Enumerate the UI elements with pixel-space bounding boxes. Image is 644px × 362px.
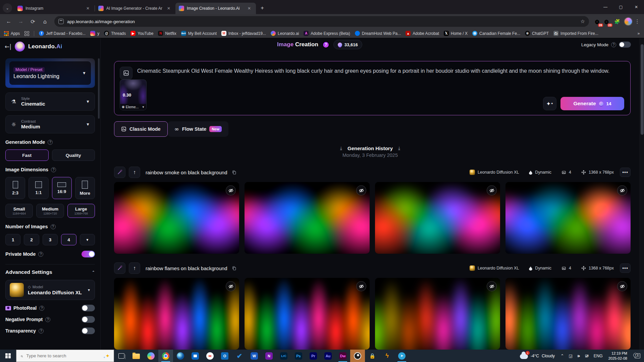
ratio-more-button[interactable]: More xyxy=(75,177,95,199)
bookmark[interactable]: 🗀Imported From Fire... xyxy=(553,31,598,36)
search-input[interactable] xyxy=(26,353,102,358)
model-select[interactable]: ◇Model Leonardo Diffusion XL ▾ xyxy=(5,280,95,300)
num-images-1-button[interactable]: 1 xyxy=(5,234,20,245)
ratio-16-9-button[interactable]: 16:9 xyxy=(52,177,72,199)
help-badge-icon[interactable]: ? xyxy=(322,41,329,48)
generation-prompt[interactable]: rainbow flames on black background xyxy=(146,265,227,271)
winamp-button[interactable]: ϟ xyxy=(380,350,394,362)
eye-off-icon[interactable] xyxy=(617,185,627,195)
size-small-button[interactable]: Small1184×664 xyxy=(5,204,33,218)
meet-now-icon[interactable]: ◲ xyxy=(566,353,575,358)
window-close-button[interactable]: ✕ xyxy=(629,0,644,14)
generated-image[interactable] xyxy=(245,182,370,254)
size-large-button[interactable]: Large1368×768 xyxy=(67,204,95,218)
bookmarks-overflow-icon[interactable]: » xyxy=(637,31,640,36)
help-icon[interactable] xyxy=(48,140,53,145)
file-explorer-button[interactable] xyxy=(129,350,144,362)
eye-off-icon[interactable] xyxy=(617,281,627,291)
element-chip[interactable]: 0.30 ❋Eleme...▼ xyxy=(120,79,147,110)
private-mode-toggle[interactable] xyxy=(82,251,95,257)
edge-button[interactable] xyxy=(173,350,188,362)
help-icon[interactable] xyxy=(39,306,44,311)
generated-image[interactable] xyxy=(245,278,370,350)
prompt-input[interactable]: Cinematic Steampunk Old West Female Weal… xyxy=(137,67,609,79)
browser-tab-image-creation[interactable]: Image Creation - Leonardo.Ai ✕ xyxy=(175,3,256,14)
bookmark[interactable]: @Threads xyxy=(104,31,126,36)
premiere-button[interactable]: Pr xyxy=(306,350,321,362)
negative-prompt-toggle[interactable] xyxy=(82,316,95,323)
wand-icon-button[interactable] xyxy=(114,262,125,274)
site-info-icon[interactable] xyxy=(58,19,64,24)
help-icon[interactable] xyxy=(51,167,56,172)
generation-mode-quality-button[interactable]: Quality xyxy=(52,149,95,161)
collapse-sidebar-icon[interactable]: ←| xyxy=(5,43,11,50)
tab-search-chevron-icon[interactable]: ⌄ xyxy=(3,3,12,13)
bookmark[interactable]: MInbox - jeffdavad19... xyxy=(221,31,266,36)
dreamweaver-button[interactable]: Dw xyxy=(335,350,350,362)
image-prompt-icon[interactable] xyxy=(120,67,132,79)
generated-image[interactable] xyxy=(375,278,500,350)
audition-button[interactable]: Au xyxy=(321,350,335,362)
task-view-button[interactable] xyxy=(114,350,129,362)
help-icon[interactable] xyxy=(611,42,616,47)
todo-button[interactable]: ✔ xyxy=(232,350,247,362)
token-balance[interactable]: 33,616 xyxy=(333,40,362,49)
tab-flow-state[interactable]: ∞ Flow State New xyxy=(168,121,228,137)
eye-off-icon[interactable] xyxy=(487,185,497,195)
more-options-button[interactable]: ••• xyxy=(620,263,631,273)
page-scrollbar[interactable] xyxy=(640,38,644,350)
url-text[interactable]: app.leonardo.ai/image-generation xyxy=(67,19,577,24)
bookmark[interactable]: Leonardo.ai xyxy=(271,31,299,36)
ratio-2-3-button[interactable]: 2:3 xyxy=(5,177,25,199)
bookmark[interactable]: y xyxy=(90,31,99,36)
window-maximize-button[interactable]: ▢ xyxy=(613,0,629,14)
tab-classic-mode[interactable]: Classic Mode xyxy=(114,121,168,137)
browser-tab-instagram[interactable]: Instagram ✕ xyxy=(14,3,95,14)
word-button[interactable]: W xyxy=(247,350,262,362)
photoshop-button[interactable]: Ps xyxy=(291,350,306,362)
outlook-button[interactable]: O xyxy=(217,350,232,362)
hidden-icons-chevron[interactable]: ⌃ xyxy=(558,353,566,358)
bookmark[interactable]: BellMy Bell Account xyxy=(181,31,217,36)
copy-icon[interactable] xyxy=(232,170,236,175)
leonardo-logo[interactable] xyxy=(15,42,25,52)
num-images-4-button[interactable]: 4 xyxy=(61,234,76,245)
sidebar-scrollbar[interactable] xyxy=(98,58,100,119)
address-bar[interactable]: app.leonardo.ai/image-generation ☆ xyxy=(54,16,589,27)
contrast-select[interactable]: ☼ Contrast Medium ▼ xyxy=(5,115,95,133)
generated-image[interactable] xyxy=(114,278,239,350)
tab-close-icon[interactable]: ✕ xyxy=(246,5,253,11)
brand-name[interactable]: Leonardo.Ai xyxy=(28,43,62,50)
bookmark[interactable]: ✻ChatGPT xyxy=(525,31,549,36)
generation-mode-fast-button[interactable]: Fast xyxy=(5,149,49,161)
generated-image[interactable] xyxy=(375,182,500,254)
profile-avatar[interactable] xyxy=(624,17,633,26)
home-icon[interactable]: ⌂ xyxy=(40,16,50,27)
help-icon[interactable] xyxy=(45,317,50,322)
bookmark[interactable]: ▲Adobe Acrobat xyxy=(406,31,439,36)
window-minimize-button[interactable]: — xyxy=(598,0,613,14)
copilot-button[interactable] xyxy=(144,350,158,362)
legacy-mode-toggle[interactable] xyxy=(619,42,631,48)
network-icon[interactable]: 🖳 xyxy=(582,353,591,358)
copy-icon[interactable] xyxy=(232,266,236,271)
telegram-button[interactable]: ➤ xyxy=(394,350,409,362)
reload-icon[interactable]: ⟳ xyxy=(28,16,38,27)
tab-close-icon[interactable]: ✕ xyxy=(165,5,172,11)
upscale-arrow-button[interactable]: ↑ xyxy=(129,167,140,178)
bookmark[interactable]: ꕥCanadian Female Fe... xyxy=(472,31,520,36)
bookmark[interactable]: fJeff Davad - Facebo... xyxy=(39,31,86,36)
transparency-toggle[interactable] xyxy=(82,327,95,334)
help-icon[interactable] xyxy=(38,252,43,257)
apps-shortcut[interactable]: Apps xyxy=(4,31,20,36)
eye-off-icon[interactable] xyxy=(487,281,497,291)
onenote-button[interactable]: N xyxy=(262,350,276,362)
start-button[interactable] xyxy=(0,350,16,362)
forward-icon[interactable]: → xyxy=(15,16,26,27)
clock[interactable]: 12:19 PM 2025-02-08 xyxy=(605,351,631,361)
generation-prompt[interactable]: rainbow smoke on black background xyxy=(146,170,227,175)
generated-image[interactable] xyxy=(505,278,631,350)
taskbar-search[interactable]: ⌕ ✦ xyxy=(16,350,114,362)
eye-off-icon[interactable] xyxy=(226,185,236,195)
extension-icon-1[interactable]: 🅐28 xyxy=(593,17,601,25)
